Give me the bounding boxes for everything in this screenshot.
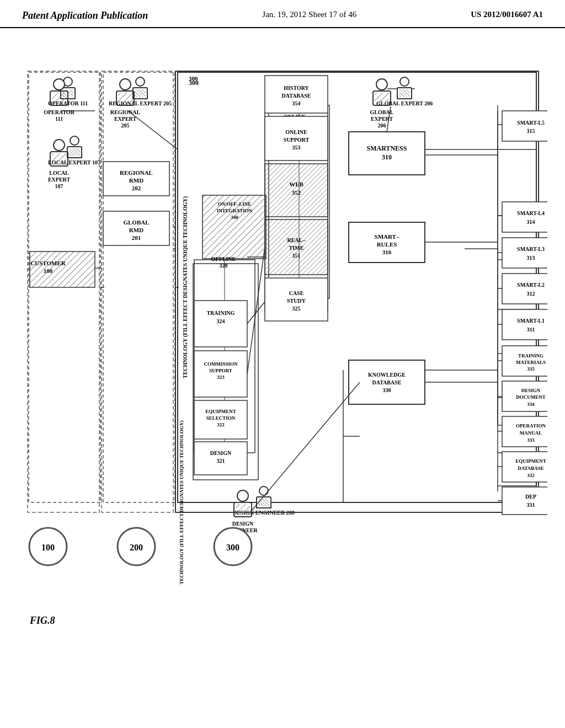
svg-text:EXPERT: EXPERT	[48, 176, 71, 183]
svg-text:DESIGN: DESIGN	[210, 450, 232, 456]
svg-rect-66	[265, 278, 328, 321]
design-engineer-label: DESIGN ENGINEER 208	[233, 510, 295, 516]
local-expert-label: LOCAL EXPERT 107	[48, 159, 100, 166]
local-expert-body	[67, 146, 82, 158]
svg-text:OPERATION: OPERATION	[516, 423, 546, 429]
svg-text:HISTORY: HISTORY	[284, 85, 309, 91]
svg-text:DEP: DEP	[525, 494, 536, 500]
svg-text:SELECTION: SELECTION	[206, 415, 236, 421]
svg-text:208: 208	[239, 534, 247, 540]
svg-rect-32	[193, 264, 258, 480]
global-expert-head	[399, 77, 409, 87]
svg-text:321: 321	[217, 458, 225, 464]
svg-line-189	[247, 247, 265, 374]
svg-point-185	[214, 528, 252, 565]
svg-text:324: 324	[217, 318, 225, 324]
svg-rect-98	[502, 111, 547, 141]
svg-point-183	[118, 528, 155, 565]
svg-text:DATABASE: DATABASE	[282, 93, 311, 99]
svg-text:OPERATOR: OPERATOR	[44, 109, 75, 115]
svg-rect-135	[502, 452, 547, 482]
svg-text:SMARTNESS: SMARTNESS	[367, 144, 407, 152]
design-engineer-body	[256, 496, 271, 508]
svg-rect-88	[349, 222, 425, 263]
tech-300-number: 300	[189, 79, 199, 87]
svg-text:RMD: RMD	[129, 227, 143, 233]
svg-rect-37	[30, 251, 95, 287]
svg-text:200: 200	[130, 543, 143, 552]
svg-rect-1	[103, 72, 175, 502]
svg-rect-70	[265, 220, 328, 275]
svg-text:TRAINING: TRAINING	[206, 310, 234, 316]
svg-text:315: 315	[527, 128, 535, 134]
svg-text:CUSTOMER: CUSTOMER	[30, 260, 66, 266]
svg-text:311: 311	[527, 326, 535, 333]
svg-text:325: 325	[292, 306, 301, 312]
svg-text:SMART–: SMART–	[375, 233, 399, 240]
svg-text:206: 206	[378, 122, 386, 129]
publication-title: Patent Application Publication	[22, 10, 148, 22]
svg-text:RMD: RMD	[129, 177, 143, 184]
svg-text:DOCUMENT: DOCUMENT	[516, 394, 546, 400]
technology-label: TECHNOLOGY (FILL EFFECT DESIGNATES UNIQU…	[179, 78, 190, 497]
svg-rect-77	[265, 116, 328, 160]
svg-rect-2	[178, 72, 536, 502]
svg-text:205: 205	[121, 122, 130, 129]
svg-text:314: 314	[527, 219, 535, 225]
svg-text:316: 316	[382, 249, 392, 255]
svg-rect-120	[502, 346, 547, 376]
svg-text:DESIGN: DESIGN	[521, 388, 541, 393]
svg-text:333: 333	[527, 437, 535, 443]
svg-rect-3	[194, 260, 255, 453]
svg-text:SUPPORT: SUPPORT	[284, 137, 310, 143]
svg-text:SMART-L5: SMART-L5	[517, 120, 545, 126]
svg-point-181	[29, 528, 67, 565]
svg-rect-106	[502, 238, 547, 268]
patent-number: US 2012/0016607 A1	[471, 10, 543, 19]
svg-rect-161	[103, 211, 169, 245]
svg-rect-34	[202, 195, 266, 259]
svg-rect-4	[269, 105, 329, 298]
svg-text:EXPERT: EXPERT	[114, 116, 137, 122]
svg-text:EQUIPMENT: EQUIPMENT	[205, 409, 236, 414]
operator-label: OPERATOR 111	[48, 100, 88, 107]
svg-text:335: 335	[527, 366, 535, 372]
svg-text:300: 300	[226, 543, 239, 552]
svg-text:323: 323	[217, 374, 225, 380]
design-engineer-person: DESIGN ENGINEER 208	[233, 486, 295, 516]
global-expert-label: GLOBAL EXPERT 206	[376, 100, 433, 107]
svg-text:331: 331	[527, 502, 535, 508]
svg-text:100: 100	[44, 267, 53, 274]
svg-rect-52	[194, 442, 247, 475]
global-expert-person: GLOBAL EXPERT 206	[376, 77, 433, 107]
svg-text:111: 111	[55, 116, 63, 122]
diagram-area: CUSTOMER 100 OPERATOR 111 REGIONAL EXPER…	[18, 39, 547, 673]
svg-line-28	[128, 111, 178, 149]
svg-text:SMART-L1: SMART-L1	[517, 318, 545, 324]
svg-text:WEB: WEB	[289, 181, 303, 188]
svg-text:334: 334	[527, 402, 535, 407]
svg-text:KNOWLEDGE: KNOWLEDGE	[368, 372, 406, 378]
detail-connectors: CUSTOMER 100 OFFLINE 320 ONLINE 350 ON/O…	[18, 39, 547, 673]
svg-text:100: 100	[41, 543, 55, 552]
svg-text:201: 201	[132, 234, 141, 241]
svg-text:DATABASE: DATABASE	[518, 465, 544, 471]
svg-rect-74	[265, 164, 328, 217]
svg-text:107: 107	[55, 183, 63, 189]
regional-expert-person: REGIONAL EXPERT 205	[109, 77, 172, 107]
svg-rect-114	[502, 309, 547, 340]
svg-line-191	[387, 106, 391, 132]
svg-text:ON/OFF–LINE: ON/OFF–LINE	[218, 201, 252, 207]
operator-body	[60, 87, 76, 99]
svg-text:332: 332	[527, 473, 535, 478]
svg-rect-130	[502, 416, 547, 447]
svg-rect-85	[349, 132, 425, 175]
svg-rect-55	[194, 400, 247, 439]
svg-rect-165	[103, 162, 169, 196]
svg-rect-63	[194, 301, 247, 347]
svg-line-188	[247, 302, 265, 324]
svg-text:EXPERT: EXPERT	[371, 116, 393, 122]
svg-text:SMART-L4: SMART-L4	[517, 210, 545, 216]
svg-rect-110	[502, 274, 547, 304]
svg-text:LOCAL: LOCAL	[49, 170, 69, 176]
